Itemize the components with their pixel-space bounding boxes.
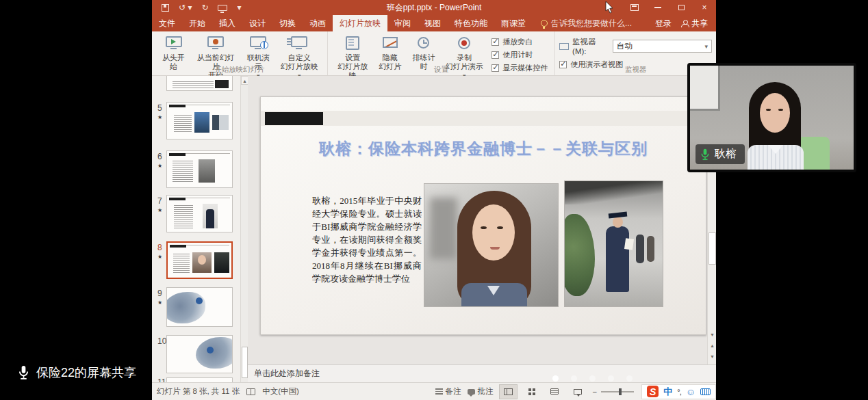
restore-icon — [678, 5, 685, 10]
qat-customize-icon[interactable]: ▾ — [237, 3, 241, 12]
pager-dot — [552, 375, 559, 382]
monitor-globe-icon — [250, 36, 266, 47]
restore-button[interactable] — [669, 0, 693, 15]
notes-pane[interactable]: 单击此处添加备注 — [248, 364, 716, 382]
redo-icon[interactable]: ↻ — [201, 3, 208, 12]
zoom-slider-thumb[interactable] — [619, 388, 622, 395]
checkbox-checked-icon — [492, 38, 499, 46]
slideshow-view-icon — [574, 389, 582, 395]
save-icon[interactable] — [162, 4, 169, 12]
window-controls: × — [623, 0, 716, 15]
minimize-button[interactable] — [646, 0, 669, 15]
tab-view[interactable]: 视图 — [418, 15, 448, 31]
slide-photo-portrait[interactable] — [424, 183, 559, 307]
group-label: 开始放映幻灯片 — [152, 65, 327, 75]
use-timings-checkbox[interactable]: 使用计时 — [492, 50, 548, 60]
monitor-label: 监视器(M): — [572, 37, 609, 55]
ime-language-toggle[interactable]: 中 — [663, 386, 672, 398]
ime-punctuation-toggle[interactable]: °, — [677, 388, 680, 396]
tab-home[interactable]: 开始 — [182, 15, 212, 31]
slide-editor-area: 耿榕：保险本科跨界金融博士－－关联与区别 耿榕，2015年毕业于中央财经大学保险… — [248, 76, 716, 364]
status-bar: 幻灯片 第 8 张, 共 11 张 中文(中国) 备注 批注 − — [152, 382, 716, 400]
screen: ↺ ▾ ↻ ▾ 班会ppt.pptx - PowerPoint × 文件 开始 … — [0, 0, 868, 400]
tab-transitions[interactable]: 切换 — [272, 15, 303, 31]
reading-view-button[interactable] — [546, 385, 563, 399]
spell-check-icon[interactable] — [246, 388, 255, 395]
slide-number-indicator: 幻灯片 第 8 张, 共 11 张 — [157, 386, 240, 397]
group-label: 设置 — [328, 65, 554, 75]
slide-body-text[interactable]: 耿榕，2015年毕业于中央财经大学保险专业。硕士就读于BI挪威商学院金融经济学专… — [312, 194, 422, 285]
minimize-icon — [654, 7, 661, 8]
clock-icon — [418, 37, 429, 49]
custom-slideshow-button[interactable]: 自定义 幻灯片放映 ▾ — [276, 34, 323, 82]
screen-share-label: 保险22的屏幕共享 — [36, 364, 136, 381]
animation-star-icon: ★ — [157, 163, 162, 169]
thumbnail-slide-7[interactable]: 7 ★ — [152, 195, 240, 236]
slide-title[interactable]: 耿榕：保险本科跨界金融博士－－关联与区别 — [261, 138, 706, 159]
thumbnail-slide-11-partial[interactable]: 11 — [152, 377, 240, 382]
slide-sorter-view-button[interactable] — [523, 385, 540, 399]
microphone-active-icon — [700, 148, 710, 161]
thumbnail-slide-6[interactable]: 6 ★ — [152, 150, 240, 191]
normal-view-icon — [504, 388, 513, 395]
thumbnail-slide-10[interactable]: 10 — [152, 335, 240, 377]
tab-animations[interactable]: 动画 — [303, 15, 333, 31]
decorative-circle — [196, 297, 203, 304]
slide-photo-graduation[interactable] — [564, 181, 663, 307]
participant-name-tag: 耿榕 — [695, 144, 745, 164]
previous-slide-button[interactable]: ▲ — [708, 341, 717, 351]
group-start-slideshow: 从头开始 从当前幻灯片 开始 联机演示 ▾ 自定义 幻灯片放映 ▾ — [152, 31, 328, 75]
sogou-logo-icon[interactable]: S — [647, 386, 659, 397]
tab-rain-classroom[interactable]: 雨课堂 — [494, 15, 533, 31]
sign-in-button[interactable]: 登录 — [655, 18, 672, 29]
animation-star-icon: ★ — [157, 254, 162, 260]
present-online-button[interactable]: 联机演示 ▾ — [241, 34, 276, 82]
tab-design[interactable]: 设计 — [242, 15, 272, 31]
tab-file[interactable]: 文件 — [152, 15, 182, 31]
ime-emoji-icon[interactable]: ☺ — [686, 387, 695, 397]
ribbon-display-options-icon — [630, 4, 639, 11]
current-slide-canvas[interactable]: 耿榕：保险本科跨界金融博士－－关联与区别 耿榕，2015年毕业于中央财经大学保险… — [260, 96, 706, 335]
tab-review[interactable]: 审阅 — [387, 15, 418, 31]
record-slideshow-button[interactable]: 录制 幻灯片演示 ▾ — [441, 34, 487, 82]
zoom-out-icon[interactable]: − — [593, 388, 598, 396]
scrollbar-thumb[interactable] — [242, 347, 248, 378]
thumbnail-slide-5[interactable]: 5 ★ — [152, 102, 240, 143]
scroll-down-icon[interactable]: ▼ — [708, 330, 717, 340]
monitor-list-icon — [291, 36, 307, 47]
thumbnail-scrollbar[interactable]: ▲ — [240, 76, 248, 382]
next-slide-button[interactable]: ▼ — [708, 352, 717, 362]
language-indicator[interactable]: 中文(中国) — [262, 386, 299, 397]
thumbnail-slide-9[interactable]: 9 ★ — [152, 287, 240, 331]
close-button[interactable]: × — [693, 0, 716, 15]
room-window — [690, 66, 720, 111]
tab-insert[interactable]: 插入 — [212, 15, 242, 31]
tab-slide-show[interactable]: 幻灯片放映 — [333, 15, 387, 31]
ribbon-display-options-button[interactable] — [623, 0, 646, 15]
scrollbar-thumb[interactable] — [709, 232, 716, 265]
ime-keyboard-icon[interactable] — [700, 388, 711, 395]
monitor-select[interactable]: 自动 ▾ — [613, 40, 712, 53]
notes-placeholder: 单击此处添加备注 — [254, 368, 320, 379]
comment-icon — [468, 389, 475, 395]
webcam-video: 耿榕 — [690, 66, 854, 170]
animation-star-icon: ★ — [157, 207, 162, 213]
thumbnail-slide-8-selected[interactable]: 8 ★ — [152, 241, 240, 282]
share-button[interactable]: 共享 — [681, 18, 708, 29]
normal-view-button[interactable] — [500, 385, 517, 399]
tab-featured[interactable]: 特色功能 — [448, 15, 494, 31]
person-icon — [681, 20, 689, 27]
slideshow-view-button[interactable] — [570, 385, 587, 399]
notes-toggle-button[interactable]: 备注 — [435, 386, 461, 397]
comments-toggle-button[interactable]: 批注 — [468, 386, 494, 397]
record-icon — [458, 37, 470, 49]
zoom-slider[interactable] — [601, 391, 634, 392]
webcam-overlay[interactable]: 耿榕 — [687, 63, 856, 172]
scroll-up-icon[interactable]: ▲ — [241, 76, 248, 85]
start-slideshow-icon[interactable] — [218, 5, 227, 11]
undo-icon[interactable]: ↺ ▾ — [179, 3, 192, 12]
tell-me-box[interactable]: 告诉我您想要做什么... — [537, 15, 636, 31]
person-face — [760, 93, 790, 133]
play-narration-checkbox[interactable]: 播放旁白 — [492, 37, 548, 47]
zoom-control[interactable]: − — [593, 388, 635, 396]
